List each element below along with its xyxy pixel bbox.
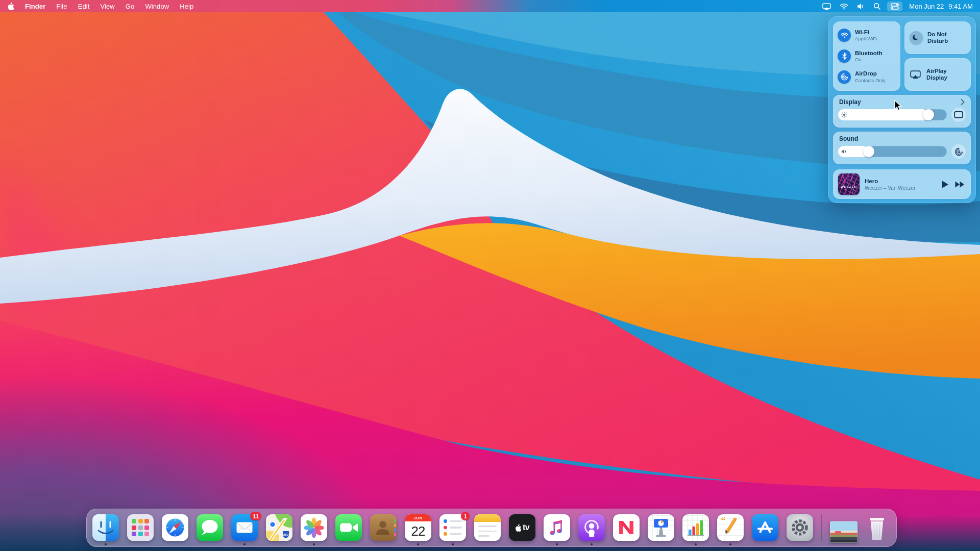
- now-playing-card[interactable]: WEEZER Hero Weezer – Van Weezer: [833, 169, 971, 199]
- control-center-icon[interactable]: [887, 2, 902, 11]
- volume-speaker-icon: [841, 149, 847, 155]
- do-not-disturb-toggle[interactable]: Do Not Disturb: [904, 21, 971, 54]
- airplay-display-button[interactable]: AirPlay Display: [904, 58, 971, 91]
- brightness-fill: [838, 109, 928, 120]
- running-indicator: [729, 543, 731, 545]
- dock-item-facetime[interactable]: [335, 514, 362, 541]
- airdrop-toggle[interactable]: AirDrop Contacts Only: [838, 70, 896, 84]
- dock-item-keynote[interactable]: [648, 514, 674, 541]
- menu-item-finder[interactable]: Finder: [25, 3, 45, 10]
- maps-icon: 280: [266, 514, 292, 541]
- running-indicator: [695, 543, 697, 545]
- menu-bar-time: 9:41 AM: [948, 3, 973, 10]
- now-playing-artist: Weezer – Van Weezer: [865, 185, 937, 191]
- album-art: WEEZER: [838, 173, 860, 195]
- photos-icon: [301, 514, 327, 541]
- wifi-status: AppleWiFi: [855, 36, 877, 41]
- dock-item-news[interactable]: [613, 514, 640, 541]
- display-settings-button[interactable]: [951, 108, 966, 122]
- menu-item-file[interactable]: File: [56, 3, 67, 10]
- dock-item-messages[interactable]: [197, 514, 223, 541]
- app-store-icon: [752, 514, 778, 541]
- apple-menu[interactable]: [7, 2, 15, 11]
- running-indicator: [243, 543, 246, 545]
- airplay-audio-button[interactable]: [951, 144, 966, 159]
- reminders-badge: 1: [461, 512, 470, 520]
- dock-item-calendar[interactable]: JUN 22: [405, 514, 431, 541]
- dock-item-numbers[interactable]: [682, 514, 709, 541]
- calendar-month: JUN: [405, 514, 431, 521]
- dock-item-podcasts[interactable]: [578, 514, 605, 541]
- menu-item-edit[interactable]: Edit: [78, 3, 90, 10]
- wifi-toggle[interactable]: Wi-Fi AppleWiFi: [838, 29, 896, 42]
- system-preferences-icon: [787, 514, 813, 541]
- volume-slider[interactable]: [838, 146, 947, 157]
- dock-item-launchpad[interactable]: [127, 514, 154, 541]
- running-indicator: [591, 543, 593, 545]
- menu-bar-clock[interactable]: Mon Jun 22 9:41 AM: [909, 3, 973, 10]
- screen-mirroring-icon[interactable]: [822, 3, 831, 10]
- running-indicator: [452, 543, 454, 545]
- brightness-slider[interactable]: [838, 109, 947, 120]
- do-not-disturb-label: Do Not Disturb: [927, 31, 966, 44]
- brightness-knob[interactable]: [923, 109, 934, 120]
- airdrop-toggle-icon: [838, 70, 851, 84]
- sound-card: Sound: [833, 132, 971, 164]
- spotlight-search-icon[interactable]: [873, 3, 880, 10]
- now-playing-title: Hero: [865, 178, 937, 184]
- bluetooth-toggle[interactable]: Bluetooth On: [838, 49, 896, 63]
- dock-item-reminders[interactable]: 1: [439, 514, 466, 541]
- wifi-label: Wi-Fi: [855, 29, 877, 36]
- airdrop-status: Contacts Only: [855, 78, 886, 83]
- bluetooth-label: Bluetooth: [855, 50, 883, 57]
- dock-item-photos[interactable]: [301, 514, 327, 541]
- calendar-icon: JUN 22: [405, 514, 431, 541]
- volume-knob[interactable]: [863, 146, 874, 157]
- dock: 11 280: [86, 509, 897, 547]
- dock-item-photo-file[interactable]: [830, 521, 857, 543]
- dock-item-mail[interactable]: 11: [231, 514, 258, 541]
- notes-icon: [474, 514, 501, 541]
- chevron-right-icon[interactable]: [961, 99, 965, 105]
- dock-item-tv[interactable]: tv: [509, 514, 535, 541]
- menu-item-go[interactable]: Go: [126, 3, 135, 10]
- menu-item-help[interactable]: Help: [180, 3, 193, 10]
- dock-item-trash[interactable]: [866, 514, 888, 541]
- apple-tv-icon: tv: [509, 514, 535, 541]
- finder-icon: [92, 514, 119, 541]
- display-card: Display: [833, 95, 971, 128]
- wifi-icon[interactable]: [840, 3, 848, 10]
- numbers-icon: [682, 514, 709, 541]
- dock-item-finder[interactable]: [92, 514, 119, 541]
- menu-item-view[interactable]: View: [101, 3, 115, 10]
- album-art-text: WEEZER: [838, 185, 860, 188]
- running-indicator: [105, 543, 107, 545]
- menu-item-window[interactable]: Window: [145, 3, 169, 10]
- mail-badge: 11: [250, 512, 261, 520]
- dock-item-contacts[interactable]: [370, 514, 397, 541]
- airplay-display-label: AirPlay Display: [926, 68, 966, 81]
- calendar-day: 22: [405, 521, 431, 541]
- control-center-panel: Wi-Fi AppleWiFi Bluetooth On: [828, 16, 976, 203]
- launchpad-icon: [127, 514, 154, 541]
- dock-item-pages[interactable]: “: [717, 514, 744, 541]
- contacts-icon: [370, 514, 397, 541]
- dock-item-system-preferences[interactable]: [787, 514, 813, 541]
- dock-item-notes[interactable]: [474, 514, 501, 541]
- dock-item-music[interactable]: [544, 514, 570, 541]
- moon-icon: [910, 31, 923, 44]
- running-indicator: [313, 543, 315, 545]
- dock-item-maps[interactable]: 280: [266, 514, 292, 541]
- volume-icon[interactable]: [857, 3, 865, 10]
- dock-item-safari[interactable]: [162, 514, 188, 541]
- safari-icon: [162, 514, 188, 541]
- dock-item-app-store[interactable]: [752, 514, 778, 541]
- fast-forward-button[interactable]: [955, 181, 965, 188]
- bluetooth-status: On: [855, 57, 883, 62]
- airdrop-label: AirDrop: [855, 70, 886, 77]
- wifi-toggle-icon: [838, 29, 851, 42]
- play-button[interactable]: [942, 181, 948, 188]
- airplay-display-icon: [910, 70, 922, 79]
- tv-label: tv: [523, 523, 529, 532]
- running-indicator: [417, 543, 419, 545]
